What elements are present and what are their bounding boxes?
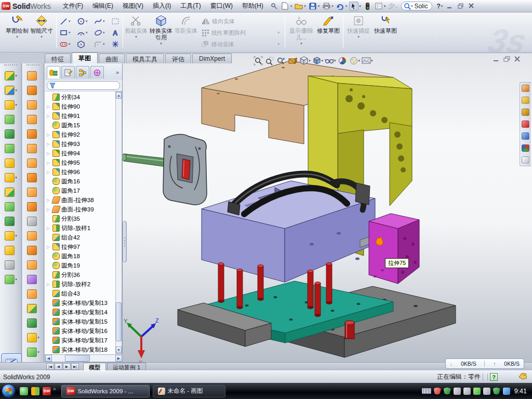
help-button[interactable]: ? [436, 3, 440, 10]
taskbar-clock[interactable]: 9:41 [514, 388, 527, 395]
solidworks-resources-home-icon[interactable] [522, 85, 529, 92]
tree-item[interactable]: ▷ 拉伸90 [45, 102, 115, 111]
print-arrow[interactable]: ▾ [331, 4, 334, 8]
smart-dimension-button[interactable]: 智能尺寸▾ [30, 14, 53, 50]
surface-tool-button[interactable]: ▾ [24, 301, 43, 315]
taskbar-button-paint[interactable]: 未命名 - 画图 [153, 385, 225, 397]
tray-icon[interactable] [444, 388, 451, 395]
tree-item[interactable]: ▷ 实体-移动/复制15 [45, 317, 115, 326]
scroll-down-button[interactable]: ▼ [116, 347, 122, 353]
surface-tool-button[interactable]: ▾ [24, 185, 43, 199]
surface-tool-button[interactable]: ▾ [24, 127, 43, 141]
search-results-icon[interactable] [522, 121, 529, 128]
menu-item[interactable]: 编辑(E) [88, 0, 118, 12]
taskbar-button-solidworks[interactable]: SW SolidWorks 2009 - ... [61, 385, 150, 397]
expand-arrow[interactable]: ▷ [47, 170, 51, 175]
surface-tool-button[interactable]: ▾ [24, 69, 43, 83]
scroll-thumb[interactable] [65, 355, 90, 362]
open-arrow[interactable]: ▾ [304, 4, 306, 8]
zoom-to-fit-icon[interactable] [252, 56, 264, 66]
tree-item[interactable]: ▷ 拉伸94 [45, 149, 115, 158]
tray-icon[interactable] [503, 388, 510, 395]
rectangle-tool-icon[interactable] [59, 28, 69, 37]
tree-item[interactable]: ▷ 切除-放样1 [45, 223, 115, 233]
tray-icon[interactable] [493, 388, 500, 395]
menu-item[interactable]: 插入(I) [148, 0, 176, 12]
quicklaunch-messenger-icon[interactable] [20, 387, 28, 395]
rectangle-tool-arrow[interactable]: ▾ [69, 31, 71, 35]
tree-item[interactable]: ▷ 实体-移动/复制13 [45, 298, 115, 308]
expand-arrow[interactable]: ▷ [47, 142, 51, 147]
model-tab[interactable]: 模型 [83, 363, 106, 370]
arc-tool-arrow[interactable]: ▾ [86, 31, 88, 35]
tree-item[interactable]: ▷ 实体-移动/复制18 [45, 345, 115, 354]
first-tab-button[interactable]: |◀ [46, 363, 54, 370]
convert-dropdown-arrow[interactable]: ▾ [160, 42, 162, 46]
feature-tool-button[interactable]: ▾ [2, 229, 20, 243]
flyout-arrow[interactable]: ▾ [15, 74, 17, 78]
open-icon[interactable] [294, 2, 303, 10]
surface-tool-button[interactable]: ▾ [24, 112, 43, 126]
doc-minimize-button[interactable] [493, 56, 499, 63]
feature-tool-button[interactable]: ▾ [2, 83, 20, 97]
view-settings-arrow[interactable]: ▾ [371, 59, 373, 63]
spline-tool-arrow[interactable]: ▾ [103, 19, 105, 23]
undo-icon[interactable] [336, 2, 345, 10]
arc-tool-icon[interactable] [76, 28, 86, 37]
tree-item[interactable]: ▷ 拉伸95 [45, 158, 115, 167]
point-tool-icon[interactable] [111, 39, 120, 49]
graphics-area[interactable]: Y Z X ▾ ▾ ▾ ▾ ▾ [123, 54, 532, 362]
close-button[interactable] [467, 2, 476, 10]
flyout-arrow[interactable]: ▾ [15, 176, 17, 180]
surface-tool-button[interactable]: ▾ [24, 243, 43, 257]
expand-arrow[interactable]: ▷ [47, 161, 51, 165]
tree-item[interactable]: ▷ 圆角18 [45, 251, 115, 261]
surface-tool-button[interactable]: ▾ [24, 272, 43, 286]
feature-tool-button[interactable]: ▾ [2, 272, 20, 286]
feature-tool-button[interactable]: ▾ [2, 243, 20, 257]
toolbar-grip[interactable] [4, 64, 17, 68]
tree-item[interactable]: ▷ 实体-移动/复制16 [45, 326, 115, 336]
custom-properties-icon[interactable] [522, 156, 529, 164]
repair-sketch-button[interactable]: 修复草图 [316, 14, 341, 50]
ellipse-tool-icon[interactable] [94, 28, 103, 37]
scroll-left-button[interactable]: ◀ [45, 355, 52, 362]
tray-icon[interactable] [483, 388, 490, 395]
prev-tab-button[interactable]: ◀ [55, 363, 62, 370]
design-library-icon[interactable] [522, 97, 529, 104]
scroll-thumb[interactable] [116, 302, 122, 341]
display-style-arrow[interactable]: ▾ [322, 59, 324, 63]
undo-arrow[interactable]: ▾ [345, 4, 348, 8]
new-document-arrow[interactable]: ▾ [290, 4, 292, 8]
input-language-keyboard-icon[interactable] [422, 388, 431, 394]
tag-icon[interactable] [518, 373, 527, 381]
menu-item[interactable]: 窗口(W) [206, 0, 237, 12]
display-style-icon[interactable] [311, 56, 323, 66]
surface-tool-button[interactable]: ▾ [24, 170, 43, 184]
sketch-fillet-arrow[interactable]: ▾ [103, 42, 105, 46]
feature-tool-button[interactable]: ▾ [2, 258, 20, 272]
smart-dimension-dropdown-arrow[interactable]: ▾ [41, 35, 43, 39]
quick-tips-help-icon[interactable]: ? [490, 373, 498, 381]
menu-item[interactable]: 工具(T) [176, 0, 205, 12]
surface-tool-button[interactable]: ▾ [24, 156, 43, 170]
configuration-manager-tab[interactable] [76, 66, 89, 78]
tree-item[interactable]: ▷ 实体-移动/复制17 [45, 336, 115, 345]
tree-item[interactable]: ▷ 曲面-拉伸38 [45, 195, 115, 205]
expand-arrow[interactable]: ▷ [47, 245, 51, 249]
menu-item[interactable]: 文件(F) [58, 0, 88, 12]
print-icon[interactable] [322, 2, 331, 10]
tree-item[interactable]: ▷ 分割34 [45, 92, 115, 102]
tray-icon[interactable] [473, 388, 481, 395]
command-tab[interactable]: 评估 [165, 54, 191, 63]
selection-box-icon[interactable] [111, 17, 120, 26]
dimxpert-manager-tab[interactable] [90, 66, 104, 78]
tree-item[interactable]: ▷ 实体-移动/复制14 [45, 308, 115, 317]
tray-icon[interactable] [434, 388, 441, 395]
surface-tool-button[interactable]: ▾ [24, 141, 43, 155]
command-tab[interactable]: 模具工具 [126, 54, 164, 63]
select-arrow[interactable]: ▾ [359, 4, 361, 8]
appearances-icon[interactable] [522, 144, 529, 152]
start-button[interactable] [2, 384, 16, 398]
zoom-previous-icon[interactable] [275, 56, 287, 66]
